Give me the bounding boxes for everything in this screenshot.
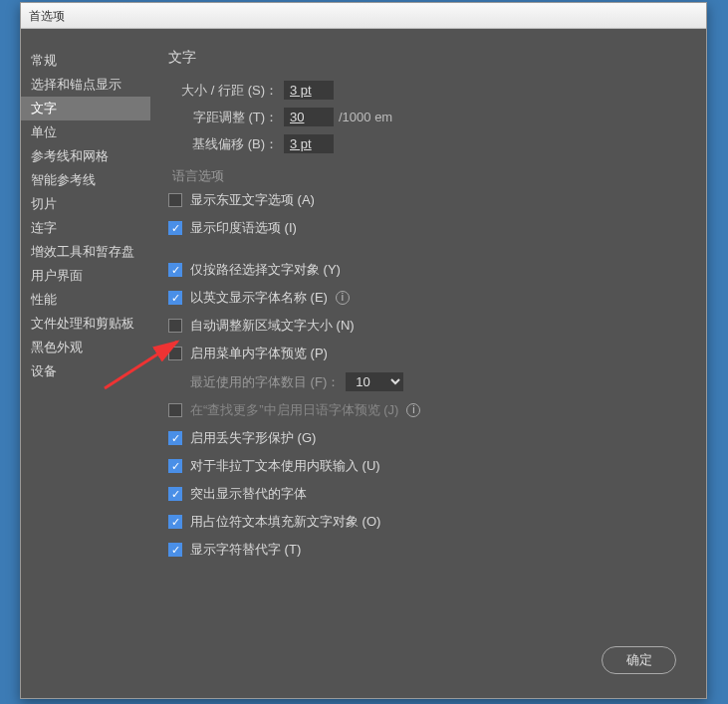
sidebar-item-10[interactable]: 性能 xyxy=(21,288,150,312)
tracking-label: 字距调整 (T)： xyxy=(168,109,278,126)
checkbox-label: 仅按路径选择文字对象 (Y) xyxy=(190,261,341,279)
baseline-row: 基线偏移 (B)： xyxy=(168,134,688,153)
checkbox-missing-glyph[interactable]: 启用丢失字形保护 (G) xyxy=(168,429,688,447)
checkbox-icon xyxy=(168,403,182,417)
checkbox-label: 用占位符文本填充新文字对象 (O) xyxy=(190,513,380,531)
size-input[interactable] xyxy=(284,81,334,100)
checkbox-icon xyxy=(168,291,182,305)
checkbox-label: 启用丢失字形保护 (G) xyxy=(190,429,316,447)
sidebar-item-6[interactable]: 切片 xyxy=(21,192,150,216)
checkbox-label: 在“查找更多”中启用日语字体预览 (J) xyxy=(190,401,398,419)
checkbox-highlight-sub[interactable]: 突出显示替代的字体 xyxy=(168,485,688,503)
checkbox-icon xyxy=(168,347,182,360)
checkbox-label: 自动调整新区域文字大小 (N) xyxy=(190,317,355,335)
recent-fonts-label: 最近使用的字体数目 (F)： xyxy=(190,373,340,391)
checkbox-icon xyxy=(168,319,182,333)
checkbox-icon xyxy=(168,263,182,277)
window-title: 首选项 xyxy=(21,3,706,29)
checkbox-path-only[interactable]: 仅按路径选择文字对象 (Y) xyxy=(168,261,688,279)
baseline-label: 基线偏移 (B)： xyxy=(168,135,278,153)
sidebar-item-3[interactable]: 单位 xyxy=(21,120,150,144)
panel-heading: 文字 xyxy=(168,49,688,67)
tracking-input[interactable] xyxy=(284,108,334,126)
checkbox-menu-preview[interactable]: 启用菜单内字体预览 (P) xyxy=(168,345,688,362)
sidebar-item-13[interactable]: 设备 xyxy=(21,359,150,383)
checkbox-icon xyxy=(168,221,182,235)
checkbox-label: 对于非拉丁文本使用内联输入 (U) xyxy=(190,457,380,475)
checkbox-icon xyxy=(168,543,182,557)
checkbox-english-font[interactable]: 以英文显示字体名称 (E) i xyxy=(168,289,688,307)
language-section-title: 语言选项 xyxy=(172,167,688,185)
sidebar-item-2[interactable]: 文字 xyxy=(21,97,150,120)
checkbox-jp-find-more[interactable]: 在“查找更多”中启用日语字体预览 (J) i xyxy=(168,401,688,419)
checkbox-show-alt[interactable]: 显示字符替代字 (T) xyxy=(168,541,688,559)
sidebar-item-4[interactable]: 参考线和网格 xyxy=(21,144,150,168)
checkbox-icon xyxy=(168,515,182,529)
preferences-window: 首选项 常规选择和锚点显示文字单位参考线和网格智能参考线切片连字增效工具和暂存盘… xyxy=(20,2,707,699)
sidebar-item-11[interactable]: 文件处理和剪贴板 xyxy=(21,312,150,336)
sidebar-item-1[interactable]: 选择和锚点显示 xyxy=(21,73,150,97)
content-area: 常规选择和锚点显示文字单位参考线和网格智能参考线切片连字增效工具和暂存盘用户界面… xyxy=(21,29,706,698)
checkbox-east-asian[interactable]: 显示东亚文字选项 (A) xyxy=(168,191,688,209)
checkbox-indic[interactable]: 显示印度语选项 (I) xyxy=(168,219,688,237)
sidebar-item-9[interactable]: 用户界面 xyxy=(21,264,150,288)
sidebar: 常规选择和锚点显示文字单位参考线和网格智能参考线切片连字增效工具和暂存盘用户界面… xyxy=(21,29,150,698)
checkbox-icon xyxy=(168,431,182,445)
info-icon[interactable]: i xyxy=(406,403,420,417)
checkbox-icon xyxy=(168,193,182,207)
sidebar-item-7[interactable]: 连字 xyxy=(21,216,150,240)
tracking-row: 字距调整 (T)： /1000 em xyxy=(168,108,688,126)
size-label: 大小 / 行距 (S)： xyxy=(168,82,278,100)
tracking-unit: /1000 em xyxy=(339,110,392,124)
checkbox-inline-input[interactable]: 对于非拉丁文本使用内联输入 (U) xyxy=(168,457,688,475)
checkbox-label: 突出显示替代的字体 xyxy=(190,485,307,503)
sidebar-item-8[interactable]: 增效工具和暂存盘 xyxy=(21,240,150,264)
sidebar-item-5[interactable]: 智能参考线 xyxy=(21,168,150,192)
recent-fonts-select[interactable]: 10 xyxy=(346,372,403,391)
info-icon[interactable]: i xyxy=(336,291,350,305)
ok-button[interactable]: 确定 xyxy=(602,646,676,674)
checkbox-label: 启用菜单内字体预览 (P) xyxy=(190,345,328,362)
baseline-input[interactable] xyxy=(284,134,334,153)
sidebar-item-12[interactable]: 黑色外观 xyxy=(21,336,150,359)
checkbox-label: 显示东亚文字选项 (A) xyxy=(190,191,315,209)
checkbox-auto-size[interactable]: 自动调整新区域文字大小 (N) xyxy=(168,317,688,335)
checkbox-label: 显示字符替代字 (T) xyxy=(190,541,301,559)
checkbox-icon xyxy=(168,487,182,501)
size-row: 大小 / 行距 (S)： xyxy=(168,81,688,100)
checkbox-label: 以英文显示字体名称 (E) xyxy=(190,289,328,307)
sidebar-item-0[interactable]: 常规 xyxy=(21,49,150,73)
checkbox-fill-placeholder[interactable]: 用占位符文本填充新文字对象 (O) xyxy=(168,513,688,531)
checkbox-label: 显示印度语选项 (I) xyxy=(190,219,297,237)
main-panel: 文字 大小 / 行距 (S)： 字距调整 (T)： /1000 em 基线偏移 … xyxy=(150,29,706,698)
checkbox-icon xyxy=(168,459,182,473)
recent-fonts-row: 最近使用的字体数目 (F)： 10 xyxy=(190,372,688,391)
